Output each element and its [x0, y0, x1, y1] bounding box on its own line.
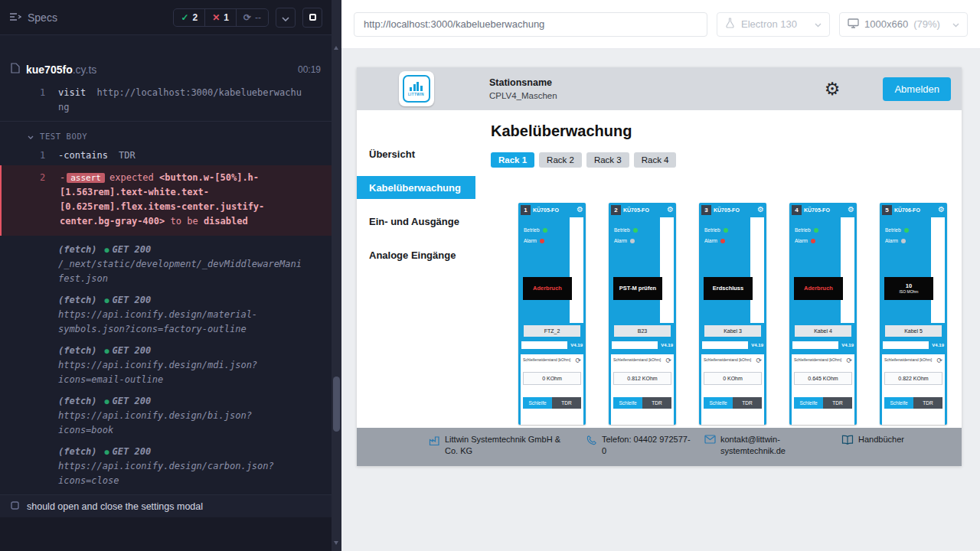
version-row: V4.19 — [792, 341, 854, 349]
spec-file-row[interactable]: kue705fo.cy.ts 00:19 — [0, 57, 332, 83]
cable-name-field[interactable]: B23 — [614, 325, 671, 337]
fetch-log-entry[interactable]: (fetch)●GET 200 https://api.iconify.desi… — [0, 394, 332, 438]
card-gear-icon[interactable]: ⚙ — [577, 206, 583, 214]
test-body-section[interactable]: TEST BODY — [0, 122, 332, 148]
success-dot-icon: ● — [105, 397, 109, 406]
card-gear-icon[interactable]: ⚙ — [667, 206, 674, 214]
refresh-icon[interactable]: ⟳ — [665, 357, 671, 364]
card-model: KÜ705-FO — [533, 207, 574, 213]
passed-count: 2 — [193, 12, 198, 23]
nav-item[interactable]: Übersicht — [357, 142, 475, 165]
nav-item[interactable]: Kabelüberwachung — [357, 176, 475, 199]
alarm-led — [720, 239, 725, 243]
cable-name-field[interactable]: Kabel 5 — [885, 325, 942, 337]
reporter-scrollbar[interactable] — [332, 0, 341, 551]
device-card: 2 KÜ705-FO ⚙ Betrieb — [609, 203, 676, 425]
url-input[interactable]: http://localhost:3000/kabelueberwachung — [354, 12, 707, 37]
footer-manuals[interactable]: Handbücher — [841, 434, 904, 466]
refresh-icon[interactable]: ⟳ — [756, 357, 762, 364]
app-header: LITTWIN Stationsname CPLV4_Maschen ⚙ Abm… — [357, 67, 962, 110]
logout-button[interactable]: Abmelden — [883, 77, 951, 101]
refresh-icon[interactable]: ⟳ — [575, 357, 581, 364]
footer-email[interactable]: kontakt@littwin-systemtechnik.de — [704, 434, 794, 466]
schleife-button[interactable]: Schleife — [794, 397, 823, 409]
rack-tab[interactable]: Rack 3 — [586, 152, 629, 168]
betrieb-label: Betrieb — [614, 227, 630, 233]
browser-url-bar: http://localhost:3000/kabelueberwachung … — [341, 0, 980, 49]
tdr-button[interactable]: TDR — [552, 397, 581, 409]
scroll-down-arrow[interactable] — [334, 541, 338, 545]
command-assert-failed[interactable]: 2 -assertexpected <button.w-[50%].h-[1.5… — [0, 165, 332, 236]
command-contains[interactable]: 1 -containsTDR — [0, 148, 332, 163]
refresh-icon[interactable]: ⟳ — [846, 357, 852, 364]
logo-skyline-icon — [410, 82, 423, 91]
measurement-panel: Schleifenwiderstand [kOhm] ⟳ 0.822 KOhm … — [882, 354, 945, 425]
email-address: kontakt@littwin-systemtechnik.de — [720, 434, 794, 466]
collapse-button[interactable] — [276, 8, 296, 28]
monitor-icon — [848, 18, 859, 31]
tdr-button[interactable]: TDR — [733, 397, 762, 409]
success-dot-icon: ● — [105, 347, 109, 355]
schleife-button[interactable]: Schleife — [884, 397, 913, 409]
alarm-row: Alarm — [524, 238, 547, 243]
fetch-url: https://api.iconify.design/material-symb… — [58, 308, 305, 337]
card-buttons: Schleife TDR — [523, 397, 581, 409]
cypress-reporter: Specs ✓2 ✕1 ⟳-- kue705fo.cy.ts 00:19 1 v… — [0, 0, 332, 551]
rack-tab[interactable]: Rack 4 — [634, 152, 677, 168]
card-gear-icon[interactable]: ⚙ — [757, 206, 764, 214]
failed-icon: ✕ — [212, 12, 220, 23]
command-visit[interactable]: 1 visit http://localhost:3000/kabelueber… — [0, 83, 332, 122]
rack-tab[interactable]: Rack 2 — [539, 152, 582, 168]
specs-menu-button[interactable]: Specs — [9, 11, 57, 24]
schleife-button[interactable]: Schleife — [523, 397, 552, 409]
tdr-button[interactable]: TDR — [642, 397, 671, 409]
test-stats: ✓2 ✕1 ⟳-- — [173, 8, 269, 27]
card-header: 1 KÜ705-FO ⚙ — [518, 203, 586, 217]
stop-button[interactable] — [302, 8, 322, 28]
card-status-leds: Betrieb Alarm — [524, 227, 547, 249]
card-number: 5 — [882, 205, 892, 215]
card-buttons: Schleife TDR — [884, 397, 942, 409]
cable-name-field[interactable]: Kabel 3 — [704, 325, 761, 337]
cable-name-field[interactable]: FTZ_2 — [524, 325, 580, 337]
cable-name-field[interactable]: Kabel 4 — [795, 325, 851, 337]
fetch-log-entry[interactable]: (fetch)●GET 200 https://api.iconify.desi… — [0, 445, 332, 488]
alarm-row: Alarm — [614, 238, 638, 243]
browser-selector[interactable]: Electron 130 — [717, 12, 830, 37]
refresh-icon[interactable]: ⟳ — [936, 357, 942, 364]
tdr-button[interactable]: TDR — [823, 397, 852, 409]
card-gear-icon[interactable]: ⚙ — [938, 206, 945, 214]
scroll-up-arrow[interactable] — [334, 46, 338, 50]
status-text: Erdschluss — [713, 285, 743, 292]
footer-phone[interactable]: Telefon: 04402 972577-0 — [586, 434, 694, 466]
fetch-log-entry[interactable]: (fetch)●GET 200 /_next/static/developmen… — [0, 243, 332, 286]
fetch-status: GET 200 — [113, 295, 152, 305]
nav-item[interactable]: Analoge Eingänge — [357, 243, 475, 266]
card-gear-icon[interactable]: ⚙ — [848, 206, 854, 214]
nav-item[interactable]: Ein- und Ausgänge — [357, 210, 475, 233]
next-test-bar[interactable]: should open and close the settings modal — [0, 494, 332, 517]
command-log: 1 visit http://localhost:3000/kabelueber… — [0, 83, 332, 494]
viewport-selector[interactable]: 1000x660 (79%) — [839, 12, 968, 37]
schleife-button[interactable]: Schleife — [704, 397, 733, 409]
card-buttons: Schleife TDR — [794, 397, 852, 409]
fetch-log-entry[interactable]: (fetch)●GET 200 https://api.iconify.desi… — [0, 293, 332, 337]
settings-gear-icon[interactable]: ⚙ — [825, 80, 841, 98]
next-test-title: should open and close the settings modal — [27, 501, 203, 512]
company-name: Littwin Systemtechnik GmbH & Co. KG — [445, 434, 576, 466]
phone-number: Telefon: 04402 972577-0 — [602, 434, 694, 466]
card-number: 4 — [792, 205, 802, 215]
alarm-led — [630, 239, 635, 243]
station-name: CPLV4_Maschen — [489, 90, 557, 103]
scrollbar-thumb[interactable] — [333, 377, 340, 432]
tdr-button[interactable]: TDR — [913, 397, 942, 409]
status-display: Aderbruch — [794, 277, 843, 300]
station-info: Stationsname CPLV4_Maschen — [489, 76, 557, 103]
fetch-log-entry[interactable]: (fetch)●GET 200 https://api.iconify.desi… — [0, 344, 332, 387]
resistance-value-field: 0 KOhm — [523, 372, 581, 385]
viewport-zoom: (79%) — [913, 18, 940, 30]
station-label: Stationsname — [489, 76, 557, 90]
rack-tab[interactable]: Rack 1 — [491, 152, 534, 168]
firmware-version: V4.19 — [932, 343, 944, 347]
schleife-button[interactable]: Schleife — [613, 397, 642, 409]
